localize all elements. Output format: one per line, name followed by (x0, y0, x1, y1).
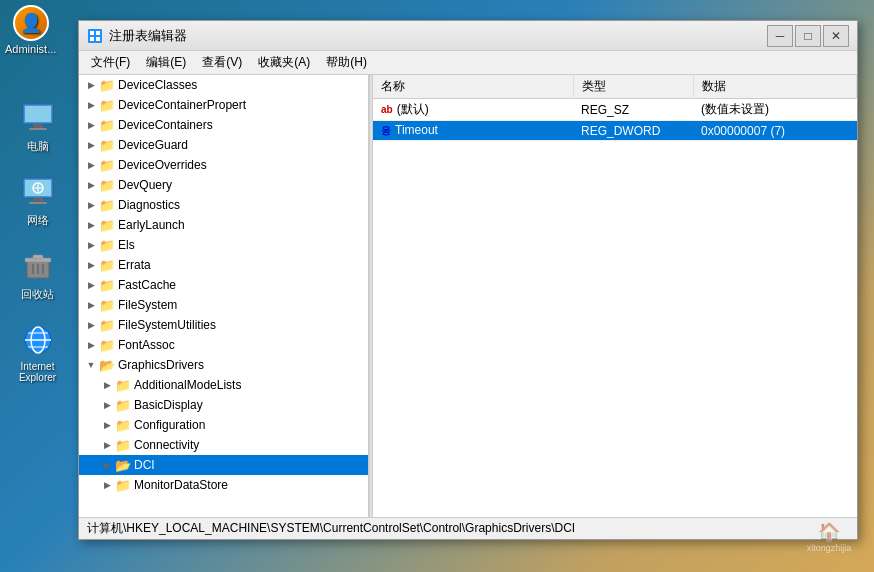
menu-favorites[interactable]: 收藏夹(A) (250, 52, 318, 73)
svg-rect-3 (29, 128, 47, 130)
tree-item-diagnostics[interactable]: ▶📁Diagnostics (79, 195, 368, 215)
folder-icon-connectivity: 📁 (115, 438, 131, 453)
tree-expander-device-container-props[interactable]: ▶ (83, 97, 99, 113)
maximize-button[interactable]: □ (795, 25, 821, 47)
tree-expander-filesystem[interactable]: ▶ (83, 297, 99, 313)
window-controls: ─ □ ✕ (767, 25, 849, 47)
cell-type-0: REG_SZ (573, 99, 693, 121)
ie-icon (20, 322, 56, 358)
status-path: 计算机\HKEY_LOCAL_MACHINE\SYSTEM\CurrentCon… (87, 520, 575, 537)
tree-item-monitor-data-store[interactable]: ▶📁MonitorDataStore (79, 475, 368, 495)
tree-expander-connectivity[interactable]: ▶ (99, 437, 115, 453)
menu-view[interactable]: 查看(V) (194, 52, 250, 73)
tree-item-device-overrides[interactable]: ▶📁DeviceOverrides (79, 155, 368, 175)
svg-rect-26 (96, 37, 100, 41)
tree-expander-monitor-data-store[interactable]: ▶ (99, 477, 115, 493)
app-icon (87, 28, 103, 44)
folder-icon-device-container-props: 📁 (99, 98, 115, 113)
folder-icon-configuration: 📁 (115, 418, 131, 433)
tree-item-els[interactable]: ▶📁Els (79, 235, 368, 255)
tree-expander-graphics-drivers[interactable]: ▼ (83, 357, 99, 373)
title-bar: 注册表编辑器 ─ □ ✕ (79, 21, 857, 51)
col-type[interactable]: 类型 (573, 75, 693, 99)
tree-item-basic-display[interactable]: ▶📁BasicDisplay (79, 395, 368, 415)
desktop-icon-computer[interactable]: 电脑 (5, 100, 70, 154)
tree-expander-device-guard[interactable]: ▶ (83, 137, 99, 153)
folder-icon-device-overrides: 📁 (99, 158, 115, 173)
col-data[interactable]: 数据 (693, 75, 857, 99)
folder-icon-filesystem: 📁 (99, 298, 115, 313)
tree-item-font-assoc[interactable]: ▶📁FontAssoc (79, 335, 368, 355)
tree-item-device-container-props[interactable]: ▶📁DeviceContainerPropert (79, 95, 368, 115)
tree-item-connectivity[interactable]: ▶📁Connectivity (79, 435, 368, 455)
tree-expander-filesystem-utilities[interactable]: ▶ (83, 317, 99, 333)
tree-panel[interactable]: ▶📁DeviceClasses▶📁DeviceContainerPropert▶… (79, 75, 369, 517)
folder-icon-device-classes: 📁 (99, 78, 115, 93)
tree-expander-fast-cache[interactable]: ▶ (83, 277, 99, 293)
desktop-icon-network[interactable]: 网络 (5, 174, 70, 228)
desktop-icon-recycle[interactable]: 回收站 (5, 248, 70, 302)
row-icon-1: 응 (381, 124, 391, 136)
tree-item-errata[interactable]: ▶📁Errata (79, 255, 368, 275)
tree-item-device-containers[interactable]: ▶📁DeviceContainers (79, 115, 368, 135)
tree-expander-errata[interactable]: ▶ (83, 257, 99, 273)
tree-label-basic-display: BasicDisplay (134, 398, 203, 412)
menu-file[interactable]: 文件(F) (83, 52, 138, 73)
tree-expander-font-assoc[interactable]: ▶ (83, 337, 99, 353)
tree-expander-device-containers[interactable]: ▶ (83, 117, 99, 133)
tree-item-additional-mode-lists[interactable]: ▶📁AdditionalModeLists (79, 375, 368, 395)
tree-label-device-container-props: DeviceContainerPropert (118, 98, 246, 112)
tree-label-filesystem-utilities: FileSystemUtilities (118, 318, 216, 332)
ie-label: InternetExplorer (19, 361, 56, 383)
svg-rect-1 (25, 106, 51, 122)
tree-expander-diagnostics[interactable]: ▶ (83, 197, 99, 213)
tree-expander-basic-display[interactable]: ▶ (99, 397, 115, 413)
tree-item-filesystem[interactable]: ▶📁FileSystem (79, 295, 368, 315)
minimize-button[interactable]: ─ (767, 25, 793, 47)
desktop: 👤 Administ... 电脑 (0, 0, 874, 572)
tree-expander-additional-mode-lists[interactable]: ▶ (99, 377, 115, 393)
tree-item-graphics-drivers[interactable]: ▼📂GraphicsDrivers (79, 355, 368, 375)
svg-rect-13 (33, 255, 43, 259)
tree-label-fast-cache: FastCache (118, 278, 176, 292)
tree-expander-device-overrides[interactable]: ▶ (83, 157, 99, 173)
tree-label-els: Els (118, 238, 135, 252)
folder-icon-diagnostics: 📁 (99, 198, 115, 213)
svg-rect-10 (29, 202, 47, 204)
tree-expander-dev-query[interactable]: ▶ (83, 177, 99, 193)
svg-rect-24 (96, 31, 100, 35)
tree-item-device-guard[interactable]: ▶📁DeviceGuard (79, 135, 368, 155)
svg-rect-25 (90, 37, 94, 41)
tree-expander-configuration[interactable]: ▶ (99, 417, 115, 433)
folder-icon-font-assoc: 📁 (99, 338, 115, 353)
row-icon-0: ab (381, 103, 393, 115)
tree-label-early-launch: EarlyLaunch (118, 218, 185, 232)
tree-item-fast-cache[interactable]: ▶📁FastCache (79, 275, 368, 295)
cell-data-0: (数值未设置) (693, 99, 857, 121)
close-button[interactable]: ✕ (823, 25, 849, 47)
tree-item-dev-query[interactable]: ▶📁DevQuery (79, 175, 368, 195)
tree-item-dci[interactable]: ▶📂DCI (79, 455, 368, 475)
computer-icon (20, 100, 56, 136)
tree-item-device-classes[interactable]: ▶📁DeviceClasses (79, 75, 368, 95)
col-name[interactable]: 名称 (373, 75, 573, 99)
menu-help[interactable]: 帮助(H) (318, 52, 375, 73)
table-row[interactable]: 응TimeoutREG_DWORD0x00000007 (7) (373, 121, 857, 141)
tree-expander-els[interactable]: ▶ (83, 237, 99, 253)
cell-data-1: 0x00000007 (7) (693, 121, 857, 141)
tree-label-dci: DCI (134, 458, 155, 472)
tree-expander-device-classes[interactable]: ▶ (83, 77, 99, 93)
registry-editor-window: 注册表编辑器 ─ □ ✕ 文件(F) 编辑(E) 查看(V) 收藏夹(A) 帮助… (78, 20, 858, 540)
tree-item-configuration[interactable]: ▶📁Configuration (79, 415, 368, 435)
menu-edit[interactable]: 编辑(E) (138, 52, 194, 73)
table-row[interactable]: ab(默认)REG_SZ(数值未设置) (373, 99, 857, 121)
folder-icon-dev-query: 📁 (99, 178, 115, 193)
tree-label-font-assoc: FontAssoc (118, 338, 175, 352)
tree-item-early-launch[interactable]: ▶📁EarlyLaunch (79, 215, 368, 235)
tree-label-device-overrides: DeviceOverrides (118, 158, 207, 172)
tree-expander-early-launch[interactable]: ▶ (83, 217, 99, 233)
tree-expander-dci[interactable]: ▶ (99, 457, 115, 473)
tree-label-device-containers: DeviceContainers (118, 118, 213, 132)
tree-item-filesystem-utilities[interactable]: ▶📁FileSystemUtilities (79, 315, 368, 335)
desktop-icon-ie[interactable]: InternetExplorer (5, 322, 70, 383)
